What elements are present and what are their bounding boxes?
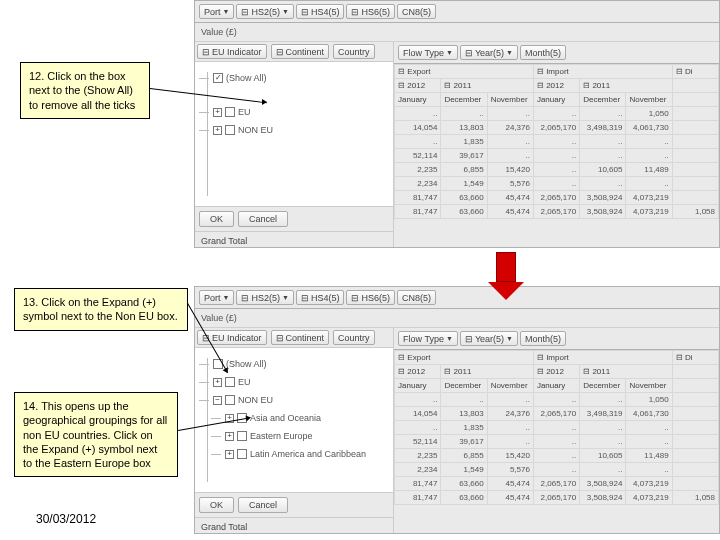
cn8-filter[interactable]: CN8(5) bbox=[397, 4, 436, 19]
port-filter[interactable]: Port ▼ bbox=[199, 4, 234, 19]
page-date: 30/03/2012 bbox=[36, 512, 96, 526]
hs4-filter[interactable]: ⊟HS4(5) bbox=[296, 290, 345, 305]
table-row: 81,74763,66045,4742,065,1703,508,9244,07… bbox=[395, 191, 719, 205]
tree-eu[interactable]: +EU bbox=[213, 104, 389, 120]
table-row: 2,2356,85515,420..10,60511,489 bbox=[395, 449, 719, 463]
hs2-filter[interactable]: ⊟HS2(5) ▼ bbox=[236, 4, 293, 19]
table-row: 81,74763,66045,4742,065,1703,508,9244,07… bbox=[395, 205, 719, 219]
plus-icon[interactable]: + bbox=[213, 108, 222, 117]
plus-icon[interactable]: + bbox=[225, 432, 234, 441]
tree-show-all[interactable]: (Show All) bbox=[213, 356, 389, 372]
panel1-tree: (Show All) +EU +NON EU bbox=[195, 62, 393, 206]
chevron-down-icon: ▼ bbox=[223, 8, 230, 15]
arrow-head-14 bbox=[246, 415, 252, 422]
panel2-toolbar: Port ▼ ⊟HS2(5) ▼ ⊟HS4(5) ⊟HS6(5) CN8(5) bbox=[195, 287, 719, 309]
ok-button[interactable]: OK bbox=[199, 497, 234, 513]
year-filter[interactable]: ⊟Year(5) ▼ bbox=[460, 331, 518, 346]
table-row: 14,05413,80324,3762,065,1703,498,3194,06… bbox=[395, 407, 719, 421]
panel2-right: Flow Type ▼ ⊟Year(5) ▼ Month(5) ⊟ Export… bbox=[394, 328, 719, 534]
country-header[interactable]: Country bbox=[333, 330, 375, 345]
table-row: 14,05413,80324,3762,065,1703,498,3194,06… bbox=[395, 121, 719, 135]
panel2-rows: ..........1,05014,05413,80324,3762,065,1… bbox=[395, 393, 719, 505]
tree-show-all[interactable]: (Show All) bbox=[213, 70, 389, 86]
hs6-filter[interactable]: ⊟HS6(5) bbox=[346, 290, 395, 305]
ok-button[interactable]: OK bbox=[199, 211, 234, 227]
cancel-button[interactable]: Cancel bbox=[238, 211, 288, 227]
grand-total-label: Grand Total bbox=[195, 517, 393, 534]
continent-header[interactable]: ⊟Continent bbox=[271, 330, 330, 345]
country-header[interactable]: Country bbox=[333, 44, 375, 59]
continent-header[interactable]: ⊟Continent bbox=[271, 44, 330, 59]
table-row: ..1,835........ bbox=[395, 421, 719, 435]
value-label: Value (£) bbox=[195, 23, 719, 42]
panel1-right: Flow Type ▼ ⊟Year(5) ▼ Month(5) ⊟ Export… bbox=[394, 42, 719, 248]
panel1-table: ⊟ Export⊟ Import⊟ Di ⊟ 2012⊟ 2011⊟ 2012⊟… bbox=[394, 64, 719, 219]
table-row: ..........1,050 bbox=[395, 107, 719, 121]
panel1-rows: ..........1,05014,05413,80324,3762,065,1… bbox=[395, 107, 719, 219]
tree-non-eu[interactable]: −NON EU bbox=[213, 392, 389, 408]
panel-1: Port ▼ ⊟HS2(5) ▼ ⊟HS4(5) ⊟HS6(5) CN8(5) … bbox=[194, 0, 720, 248]
tree-eu[interactable]: +EU bbox=[213, 374, 389, 390]
plus-icon[interactable]: + bbox=[213, 126, 222, 135]
table-row: 2,2341,5495,576...... bbox=[395, 177, 719, 191]
table-row: ..1,835........ bbox=[395, 135, 719, 149]
port-filter[interactable]: Port ▼ bbox=[199, 290, 234, 305]
panel1-tree-footer: OK Cancel bbox=[195, 206, 393, 231]
plus-icon[interactable]: + bbox=[225, 450, 234, 459]
callout-12: 12. Click on the box next to the (Show A… bbox=[20, 62, 150, 119]
arrow-head-12 bbox=[262, 99, 267, 105]
table-row: 52,11439,617........ bbox=[395, 149, 719, 163]
flow-type-filter[interactable]: Flow Type ▼ bbox=[398, 45, 458, 60]
panel1-toolbar: Port ▼ ⊟HS2(5) ▼ ⊟HS4(5) ⊟HS6(5) CN8(5) bbox=[195, 1, 719, 23]
month-filter[interactable]: Month(5) bbox=[520, 331, 566, 346]
panel1-left: ⊟EU Indicator ⊟Continent Country (Show A… bbox=[195, 42, 394, 248]
tree-eastern-europe[interactable]: +Eastern Europe bbox=[225, 428, 389, 444]
panel2-tree-footer: OK Cancel bbox=[195, 492, 393, 517]
eu-indicator-header[interactable]: ⊟EU Indicator bbox=[197, 44, 267, 59]
value-label: Value (£) bbox=[195, 309, 719, 328]
table-row: 2,2341,5495,576...... bbox=[395, 463, 719, 477]
cn8-filter[interactable]: CN8(5) bbox=[397, 290, 436, 305]
flow-type-filter[interactable]: Flow Type ▼ bbox=[398, 331, 458, 346]
year-filter[interactable]: ⊟Year(5) ▼ bbox=[460, 45, 518, 60]
tree-latin-america[interactable]: +Latin America and Caribbean bbox=[225, 446, 389, 462]
table-row: 81,74763,66045,4742,065,1703,508,9244,07… bbox=[395, 491, 719, 505]
grand-total-label: Grand Total bbox=[195, 231, 393, 248]
panel2-left: ⊟EU Indicator ⊟Continent Country (Show A… bbox=[195, 328, 394, 534]
cancel-button[interactable]: Cancel bbox=[238, 497, 288, 513]
tree-non-eu[interactable]: +NON EU bbox=[213, 122, 389, 138]
callout-14: 14. This opens up the geographical group… bbox=[14, 392, 178, 477]
red-down-arrow bbox=[496, 252, 524, 300]
table-row: 2,2356,85515,420..10,60511,489 bbox=[395, 163, 719, 177]
table-row: 81,74763,66045,4742,065,1703,508,9244,07… bbox=[395, 477, 719, 491]
plus-icon[interactable]: + bbox=[213, 378, 222, 387]
month-filter[interactable]: Month(5) bbox=[520, 45, 566, 60]
minus-icon[interactable]: − bbox=[213, 396, 222, 405]
hs2-filter[interactable]: ⊟HS2(5) ▼ bbox=[236, 290, 293, 305]
callout-13: 13. Click on the Expand (+) symbol next … bbox=[14, 288, 188, 331]
panel-2: Port ▼ ⊟HS2(5) ▼ ⊟HS4(5) ⊟HS6(5) CN8(5) … bbox=[194, 286, 720, 534]
hs4-filter[interactable]: ⊟HS4(5) bbox=[296, 4, 345, 19]
table-row: ..........1,050 bbox=[395, 393, 719, 407]
panel2-table: ⊟ Export⊟ Import⊟ Di ⊟ 2012⊟ 2011⊟ 2012⊟… bbox=[394, 350, 719, 505]
hs6-filter[interactable]: ⊟HS6(5) bbox=[346, 4, 395, 19]
table-row: 52,11439,617........ bbox=[395, 435, 719, 449]
